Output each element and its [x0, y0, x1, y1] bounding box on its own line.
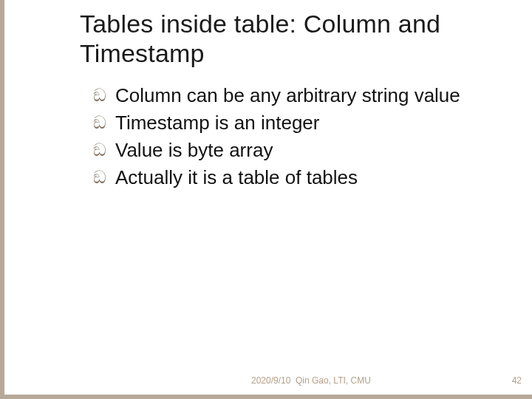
bullet-glyph-icon: ඞ [93, 137, 114, 163]
slide-body: ඞ Column can be any arbitrary string val… [93, 83, 492, 192]
footer-date: 2020/9/10 [251, 375, 290, 386]
bullet-item: ඞ Column can be any arbitrary string val… [93, 83, 492, 109]
footer-page-number: 42 [512, 375, 522, 386]
slide-title: Tables inside table: Column and Timestam… [80, 9, 494, 68]
bullet-item: ඞ Actually it is a table of tables [93, 165, 492, 191]
bullet-glyph-icon: ඞ [93, 83, 114, 109]
bullet-text: Value is byte array [115, 139, 273, 161]
bullet-glyph-icon: ඞ [93, 110, 114, 136]
footer-author: Qin Gao, LTI, CMU [296, 375, 371, 386]
bullet-text: Actually it is a table of tables [115, 166, 358, 188]
bullet-item: ඞ Timestamp is an integer [93, 110, 492, 136]
slide-footer: 2020/9/10 Qin Gao, LTI, CMU 42 [0, 371, 532, 386]
bullet-item: ඞ Value is byte array [93, 137, 492, 163]
bullet-glyph-icon: ඞ [93, 165, 114, 191]
bullet-text: Column can be any arbitrary string value [115, 84, 460, 106]
bullet-text: Timestamp is an integer [115, 112, 319, 134]
slide: Tables inside table: Column and Timestam… [0, 0, 532, 399]
